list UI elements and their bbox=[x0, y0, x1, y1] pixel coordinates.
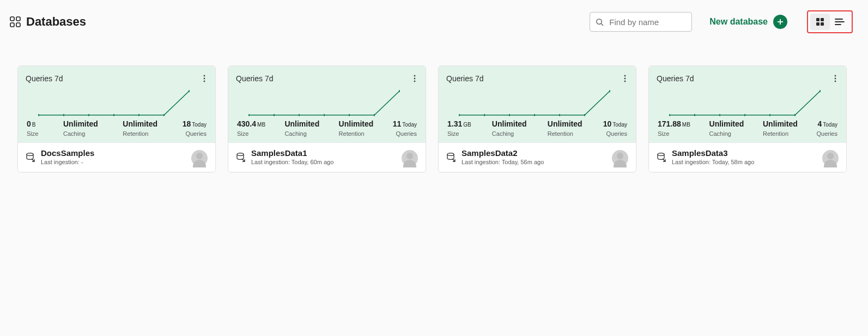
database-name: SamplesData3 bbox=[672, 148, 754, 158]
stat-label: Caching bbox=[492, 130, 527, 137]
stat-value: Unlimited bbox=[63, 119, 98, 128]
database-name: SamplesData1 bbox=[251, 148, 333, 158]
page-header: Databases New database bbox=[10, 10, 853, 34]
stat-value: Unlimited bbox=[709, 119, 744, 128]
search-input[interactable] bbox=[608, 17, 686, 27]
kebab-icon bbox=[414, 75, 416, 82]
new-database-label: New database bbox=[709, 17, 768, 27]
stat-queries: 4Today Queries bbox=[816, 119, 837, 137]
svg-point-49 bbox=[835, 78, 836, 80]
stat-value: Unlimited bbox=[492, 119, 527, 128]
queries-7d-label: Queries 7d bbox=[236, 74, 273, 83]
card-top: Queries 7d 1.31GB bbox=[439, 66, 636, 142]
stat-caching: Unlimited Caching bbox=[284, 119, 319, 137]
sparkline-chart bbox=[657, 88, 839, 118]
databases-page: { "header":{ "title":"Databases", "searc… bbox=[0, 0, 868, 336]
card-stats-row: 430.4MB Size Unlimited Caching Unlimited… bbox=[236, 119, 418, 137]
svg-point-28 bbox=[414, 81, 416, 82]
stat-value: 171.88MB bbox=[658, 119, 690, 128]
stat-value: 18Today bbox=[183, 119, 207, 128]
database-card[interactable]: Queries 7d 430.4MB bbox=[228, 65, 426, 172]
database-card[interactable]: Queries 7d 171.88MB bbox=[648, 65, 847, 172]
card-bottom: SamplesData3 Last ingestion: Today, 58m … bbox=[649, 142, 846, 172]
card-title-row: Queries 7d bbox=[26, 73, 208, 85]
stat-value: Unlimited bbox=[123, 119, 157, 128]
card-title-row: Queries 7d bbox=[446, 73, 628, 85]
database-card[interactable]: Queries 7d 1.31GB bbox=[438, 65, 636, 172]
list-view-icon bbox=[835, 18, 845, 26]
svg-point-17 bbox=[204, 81, 205, 82]
stat-label: Caching bbox=[709, 130, 744, 137]
plus-circle-icon bbox=[773, 15, 787, 29]
kebab-icon bbox=[834, 75, 836, 82]
svg-rect-2 bbox=[10, 23, 14, 27]
owner-avatar[interactable] bbox=[402, 150, 418, 166]
database-name: DocsSamples bbox=[41, 148, 94, 158]
stat-retention: Unlimited Retention bbox=[123, 119, 157, 137]
svg-point-38 bbox=[624, 78, 626, 80]
database-name: SamplesData2 bbox=[462, 148, 544, 158]
database-icon bbox=[26, 152, 35, 162]
new-database-button[interactable]: New database bbox=[709, 15, 787, 29]
last-ingestion: Last ingestion: Today, 56m ago bbox=[462, 159, 544, 165]
card-menu-button[interactable] bbox=[622, 73, 628, 85]
stat-label: Queries bbox=[816, 130, 837, 137]
svg-rect-3 bbox=[16, 23, 20, 27]
stat-size: 171.88MB Size bbox=[658, 119, 690, 137]
svg-point-25 bbox=[27, 153, 33, 155]
stat-value: Unlimited bbox=[763, 119, 798, 128]
svg-point-50 bbox=[835, 81, 836, 82]
database-icon bbox=[446, 152, 456, 162]
cards-grid: Queries 7d 0B Size bbox=[17, 65, 853, 172]
card-menu-button[interactable] bbox=[201, 73, 208, 85]
sparkline-chart bbox=[236, 88, 418, 118]
grid-view-button[interactable] bbox=[810, 14, 830, 30]
stat-retention: Unlimited Retention bbox=[548, 119, 582, 137]
stat-queries: 11Today Queries bbox=[393, 119, 417, 137]
card-info: SamplesData2 Last ingestion: Today, 56m … bbox=[462, 148, 544, 165]
stat-queries: 10Today Queries bbox=[603, 119, 627, 137]
card-menu-button[interactable] bbox=[411, 73, 418, 85]
database-icon bbox=[657, 152, 666, 162]
kebab-icon bbox=[203, 75, 205, 82]
stat-value: 430.4MB bbox=[237, 119, 265, 128]
title-wrap: Databases bbox=[10, 15, 86, 29]
svg-point-58 bbox=[658, 153, 664, 155]
stat-caching: Unlimited Caching bbox=[63, 119, 98, 137]
owner-avatar[interactable] bbox=[191, 150, 208, 166]
stat-label: Caching bbox=[284, 130, 319, 137]
stat-caching: Unlimited Caching bbox=[492, 119, 527, 137]
stat-label: Size bbox=[447, 130, 471, 137]
stat-value: Unlimited bbox=[339, 119, 374, 128]
list-view-button[interactable] bbox=[830, 14, 849, 30]
svg-point-39 bbox=[624, 81, 626, 82]
svg-point-27 bbox=[414, 78, 416, 80]
queries-7d-label: Queries 7d bbox=[26, 74, 63, 83]
stat-value: 0B bbox=[27, 119, 38, 128]
stat-value: 1.31GB bbox=[447, 119, 471, 128]
svg-rect-8 bbox=[816, 18, 820, 21]
stat-queries: 18Today Queries bbox=[183, 119, 207, 137]
page-title: Databases bbox=[26, 15, 86, 29]
grid-view-icon bbox=[816, 17, 824, 26]
stat-label: Queries bbox=[606, 130, 627, 137]
svg-point-26 bbox=[414, 75, 416, 77]
kebab-icon bbox=[624, 75, 626, 82]
search-box[interactable] bbox=[590, 12, 692, 32]
stat-label: Size bbox=[658, 130, 690, 137]
database-card[interactable]: Queries 7d 0B Size bbox=[17, 65, 216, 172]
view-toggle-group bbox=[807, 10, 853, 33]
card-menu-button[interactable] bbox=[832, 73, 839, 85]
stat-label: Queries bbox=[185, 130, 207, 137]
stat-value: Unlimited bbox=[284, 119, 319, 128]
svg-point-15 bbox=[204, 75, 205, 77]
stat-size: 1.31GB Size bbox=[447, 119, 471, 137]
stat-value: 4Today bbox=[818, 119, 837, 128]
svg-point-16 bbox=[204, 78, 205, 80]
owner-avatar[interactable] bbox=[612, 150, 628, 166]
card-info: DocsSamples Last ingestion: - bbox=[41, 148, 94, 165]
owner-avatar[interactable] bbox=[822, 150, 839, 166]
svg-point-47 bbox=[447, 153, 454, 155]
stat-label: Size bbox=[27, 130, 38, 137]
card-title-row: Queries 7d bbox=[657, 73, 839, 85]
